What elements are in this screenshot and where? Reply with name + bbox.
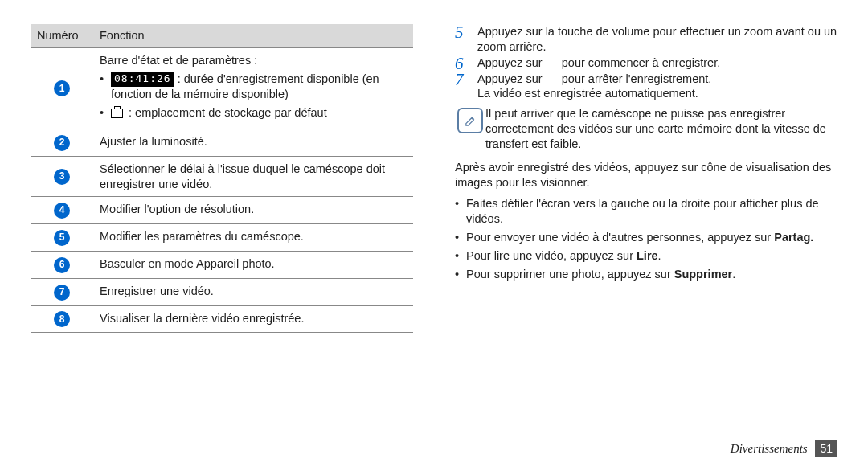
marker-5: 5: [54, 230, 70, 246]
row3-text: Sélectionner le délai à l'issue duquel l…: [93, 156, 413, 197]
note-icon: [457, 108, 483, 133]
col-header-function: Fonction: [93, 24, 413, 47]
after-paragraph: Après avoir enregistré des vidéos, appuy…: [455, 160, 837, 190]
step-number-5: 5: [455, 24, 464, 41]
step-7: 7 Appuyez sur pour arrêter l'enregistrem…: [455, 72, 837, 102]
marker-7: 7: [54, 285, 70, 301]
row4-text: Modifier l'option de résolution.: [93, 197, 413, 224]
note-block: Il peut arriver que le caméscope ne puis…: [455, 106, 837, 152]
tip-3: Pour lire une vidéo, appuyez sur Lire.: [455, 248, 837, 264]
page-number: 51: [815, 440, 837, 457]
note-text: Il peut arriver que le caméscope ne puis…: [485, 106, 837, 152]
tip-4: Pour supprimer une photo, appuyez sur Su…: [455, 267, 837, 282]
function-table: Numéro Fonction 1 Barre d'état et de par…: [31, 24, 413, 333]
row7-text: Enregistrer une vidéo.: [93, 278, 413, 305]
row8-text: Visualiser la dernière vidéo enregistrée…: [93, 305, 413, 333]
tip-2: Pour envoyer une vidéo à d'autres person…: [455, 230, 837, 245]
step-6: 6 Appuyez sur pour commencer à enregistr…: [455, 55, 837, 71]
step-5: 5 Appuyez sur la touche de volume pour e…: [455, 24, 837, 55]
marker-4: 4: [54, 203, 70, 219]
tip-1: Faites défiler l'écran vers la gauche ou…: [455, 196, 837, 227]
marker-3: 3: [54, 169, 70, 185]
col-header-number: Numéro: [31, 24, 93, 47]
row2-text: Ajuster la luminosité.: [93, 129, 413, 156]
marker-2: 2: [54, 135, 70, 151]
row1-bullet-2: : emplacement de stockage par défaut: [100, 105, 407, 121]
row6-text: Basculer en mode Appareil photo.: [93, 252, 413, 279]
section-name: Divertissements: [731, 442, 808, 455]
timer-icon: 08:41:26: [111, 72, 174, 87]
marker-6: 6: [54, 257, 70, 273]
marker-8: 8: [54, 311, 70, 327]
step-7-extra: La vidéo est enregistrée automatiquement…: [477, 86, 837, 101]
marker-1: 1: [54, 80, 70, 96]
row1-bullet-1: 08:41:26 : durée d'enregistrement dispon…: [100, 72, 407, 102]
row1-title: Barre d'état et de paramètres :: [100, 53, 407, 68]
row5-text: Modifier les paramètres du caméscope.: [93, 224, 413, 252]
storage-icon: [111, 109, 123, 118]
page-footer: Divertissements 51: [731, 440, 837, 457]
step-number-7: 7: [455, 72, 464, 88]
